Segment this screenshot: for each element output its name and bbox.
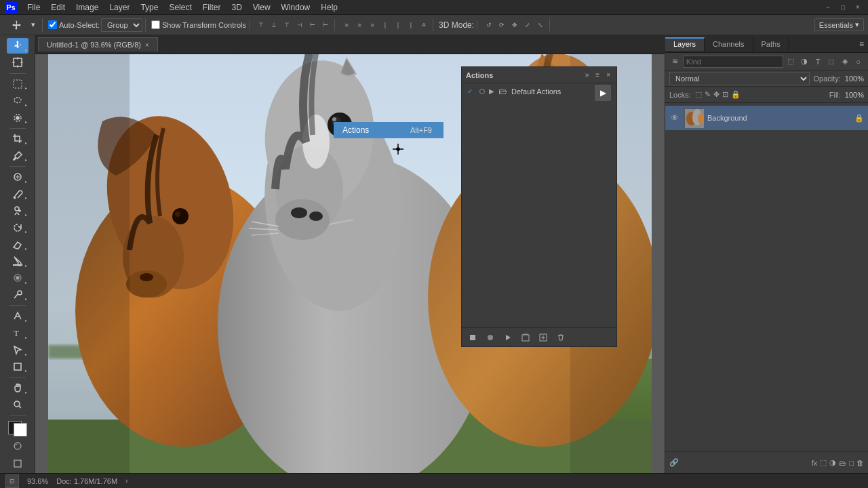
pixel-filter-icon[interactable]: ⬚ — [785, 56, 797, 68]
text-tool[interactable]: T ▸ — [7, 325, 28, 341]
align-right-btn[interactable]: ⊢ — [319, 19, 332, 31]
close-button[interactable]: × — [850, 0, 865, 15]
hand-tool[interactable]: ▸ — [7, 380, 28, 396]
align-bottom-btn[interactable]: ⊤ — [281, 19, 293, 31]
eyedropper-tool[interactable]: ▸ — [7, 148, 28, 163]
shape-tool[interactable]: ▸ — [7, 359, 28, 375]
shape-filter-icon[interactable]: □ — [825, 56, 837, 68]
close-tab-btn[interactable]: × — [145, 41, 149, 49]
screen-mode-btn[interactable] — [11, 457, 24, 470]
link-layers-icon[interactable]: 🔗 — [669, 458, 679, 467]
lock-move-icon[interactable]: ✥ — [713, 90, 719, 99]
3d-scale-btn[interactable]: ⤡ — [534, 19, 547, 31]
kind-filter-icon[interactable]: ≋ — [669, 56, 681, 68]
lock-brush-icon[interactable]: ✎ — [705, 90, 711, 99]
lock-px-icon[interactable]: ⬚ — [695, 90, 702, 99]
menu-select[interactable]: Select — [163, 1, 197, 14]
3d-pan-btn[interactable]: ✥ — [509, 19, 521, 31]
crop-tool[interactable]: ▸ — [7, 131, 28, 147]
align-left-btn[interactable]: ⊣ — [294, 19, 306, 31]
canvas-rotation-btn[interactable]: ⊡ — [5, 474, 19, 488]
add-mask-icon[interactable]: ⬚ — [820, 458, 827, 467]
actions-play-header-btn[interactable]: ▶ — [595, 85, 611, 101]
play-action-btn[interactable] — [501, 331, 515, 344]
actions-menu-item[interactable]: Actions Alt+F9 — [334, 123, 443, 138]
lock-artboard-icon[interactable]: ⊡ — [722, 90, 728, 99]
lasso-tool[interactable]: ▸ — [7, 93, 28, 108]
menu-image[interactable]: Image — [71, 1, 104, 14]
auto-select-checkbox-label[interactable]: Auto-Select: — [48, 20, 100, 29]
new-layer-icon[interactable]: □ — [849, 459, 854, 467]
menu-3d[interactable]: 3D — [226, 1, 247, 14]
dist-top-btn[interactable]: ≡ — [340, 19, 353, 31]
essentials-btn[interactable]: Essentials ▾ — [814, 18, 864, 31]
dist-right-btn[interactable]: | — [405, 19, 417, 31]
delete-layer-icon[interactable]: 🗑 — [856, 459, 864, 467]
path-select-tool[interactable]: ▸ — [7, 342, 28, 358]
actions-expand-btn[interactable]: » — [583, 70, 591, 79]
new-action-btn[interactable] — [536, 331, 550, 344]
artboard-tool[interactable] — [7, 55, 28, 70]
align-top-btn[interactable]: ⊤ — [255, 19, 267, 31]
3d-roll-btn[interactable]: ⟳ — [496, 19, 508, 31]
dist-bottom-btn[interactable]: ≡ — [366, 19, 378, 31]
document-tab[interactable]: Untitled-1 @ 93.6% (RGB/8) × — [38, 37, 158, 52]
menu-help[interactable]: Help — [315, 1, 343, 14]
add-style-icon[interactable]: fx — [812, 459, 818, 467]
new-set-btn[interactable] — [519, 331, 532, 344]
stop-recording-btn[interactable] — [466, 331, 479, 344]
3d-rotate-btn[interactable]: ↺ — [483, 19, 495, 31]
quick-mask-btn[interactable] — [11, 439, 24, 453]
auto-select-checkbox[interactable] — [48, 20, 57, 29]
menu-view[interactable]: View — [248, 1, 276, 14]
tab-channels[interactable]: Channels — [705, 37, 753, 51]
adj-filter-icon[interactable]: ◑ — [799, 56, 810, 68]
fill-tool[interactable]: ▸ — [7, 253, 28, 269]
healing-tool[interactable]: ▸ — [7, 169, 28, 185]
move-tool[interactable]: ▸ — [7, 38, 28, 54]
menu-file[interactable]: File — [22, 1, 45, 14]
menu-type[interactable]: Type — [135, 1, 163, 14]
dist-spacing-btn[interactable]: # — [418, 19, 430, 31]
blur-tool[interactable]: ▸ — [7, 270, 28, 286]
quick-select-tool[interactable]: ▸ — [7, 110, 28, 125]
new-group-icon[interactable]: 🗁 — [839, 459, 846, 467]
history-brush-tool[interactable]: ▸ — [7, 220, 28, 235]
tab-layers[interactable]: Layers — [665, 37, 705, 51]
menu-filter[interactable]: Filter — [197, 1, 226, 14]
show-transform-label[interactable]: Show Transform Controls — [151, 20, 246, 29]
auto-select-type[interactable]: Group — [101, 18, 142, 32]
menu-layer[interactable]: Layer — [104, 1, 135, 14]
maximize-button[interactable]: □ — [835, 0, 850, 15]
align-vcenter-btn[interactable]: ⊥ — [268, 19, 280, 31]
tab-paths[interactable]: Paths — [753, 37, 789, 51]
lock-all-icon[interactable]: 🔒 — [731, 90, 741, 99]
status-nav-btn[interactable]: › — [125, 477, 127, 485]
clone-tool[interactable]: ▸ — [7, 203, 28, 218]
blend-mode-select[interactable]: Normal — [669, 72, 810, 85]
action-expand-icon[interactable]: ▶ — [489, 87, 494, 95]
layer-search-input[interactable] — [683, 56, 783, 68]
layer-visibility-icon[interactable]: 👁 — [669, 113, 680, 123]
menu-edit[interactable]: Edit — [45, 1, 71, 14]
pen-tool[interactable]: ▸ — [7, 308, 28, 324]
new-adj-layer-icon[interactable]: ◑ — [829, 458, 836, 467]
show-transform-checkbox[interactable] — [151, 20, 160, 29]
default-actions-row[interactable]: ✓ ▶ 🗁 Default Actions — [462, 83, 616, 99]
3d-slide-btn[interactable]: ⤢ — [521, 19, 534, 31]
actions-menu-btn[interactable]: ≡ — [593, 70, 601, 79]
dodge-tool[interactable]: ▸ — [7, 287, 28, 303]
panel-menu-btn[interactable]: ≡ — [855, 37, 868, 52]
minimize-button[interactable]: − — [821, 0, 835, 15]
menu-window[interactable]: Window — [276, 1, 316, 14]
dist-vcenter-btn[interactable]: ≡ — [353, 19, 366, 31]
eraser-tool[interactable]: ▸ — [7, 237, 28, 252]
background-color[interactable] — [14, 423, 27, 436]
dist-left-btn[interactable]: | — [379, 19, 391, 31]
align-hcenter-btn[interactable]: ⊢ — [307, 19, 319, 31]
marquee-tool[interactable]: ▸ — [7, 76, 28, 92]
layer-background[interactable]: 👁 Background 🔒 — [665, 106, 868, 130]
smart-filter-icon[interactable]: ◈ — [839, 56, 850, 68]
delete-action-btn[interactable] — [554, 331, 568, 344]
record-btn[interactable] — [484, 331, 497, 344]
